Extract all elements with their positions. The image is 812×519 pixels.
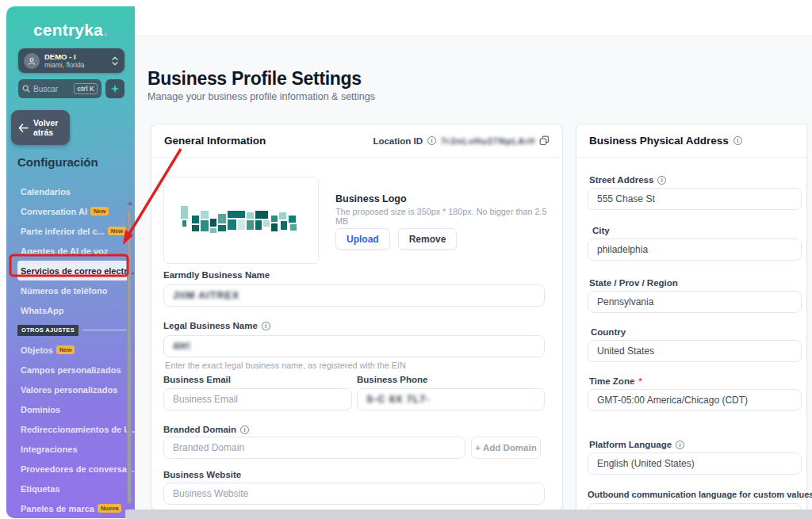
platform-language-input[interactable]: English (United States) <box>588 452 802 475</box>
street-address-input[interactable]: 555 Chase St <box>588 188 802 210</box>
page: centryka. DEMO - I miami, florida Buscar… <box>0 0 812 519</box>
sidebar-item-label: Calendarios <box>21 187 71 197</box>
city-label: City <box>592 226 610 235</box>
sidebar-item-proveedores-de-conversac[interactable]: Proveedores de conversac... <box>17 459 130 479</box>
add-domain-button[interactable]: + Add Domain <box>471 437 541 459</box>
branded-domain-label: Branded Domain i <box>163 425 249 434</box>
account-switcher[interactable]: DEMO - I miami, florida <box>18 48 124 73</box>
legal-name-input[interactable]: 4H! <box>163 335 545 357</box>
business-email-input[interactable]: Business Email <box>163 388 352 410</box>
sidebar-menu: CalendariosConversation AINewParte infer… <box>17 181 130 518</box>
sidebar-item-parte-inferior-del-c[interactable]: Parte inferior del c...New <box>17 221 130 241</box>
sidebar-item-label: Integraciones <box>21 445 78 454</box>
sidebar-item-label: Números de teléfono <box>21 286 107 296</box>
account-name: DEMO - I <box>44 52 106 61</box>
business-logo-preview <box>163 177 319 264</box>
timezone-label: Time Zone * <box>589 376 642 386</box>
search-row: Buscar ctrl K <box>18 79 124 98</box>
info-icon: i <box>240 426 249 434</box>
info-icon: i <box>657 176 666 185</box>
sidebar-item-label: Dominios <box>21 405 60 414</box>
timezone-input[interactable]: GMT-05:00 America/Chicago (CDT) <box>588 389 802 411</box>
business-phone-label: Business Phone <box>357 375 427 384</box>
state-input[interactable]: Pennsylvania <box>588 291 802 313</box>
sidebar-item-label: Agentes de AI de voz <box>21 246 108 256</box>
info-icon: i <box>427 136 436 145</box>
sparkle-icon <box>110 84 120 93</box>
sidebar-item-objetos[interactable]: ObjetosNew <box>17 340 130 360</box>
business-logo-title: Business Logo <box>335 193 407 204</box>
state-label: State / Prov / Region <box>589 278 678 288</box>
sidebar-item-label: Etiquetas <box>21 484 60 494</box>
page-title: Business Profile Settings <box>147 68 362 90</box>
friendly-name-input[interactable]: JIIM AITREX <box>163 284 545 307</box>
street-address-value: 555 Chase St <box>597 193 655 204</box>
upload-button[interactable]: Upload <box>335 228 390 250</box>
info-icon: i <box>262 322 270 330</box>
scroll-up-arrow-icon[interactable] <box>127 201 133 205</box>
search-shortcut: ctrl K <box>74 83 98 94</box>
scrollbar-thumb[interactable] <box>127 209 132 504</box>
platform-language-value: English (United States) <box>597 458 695 469</box>
section-header-badge: OTROS AJUSTES <box>17 325 79 336</box>
branded-domain-placeholder: Branded Domain <box>173 442 244 453</box>
sidebar-item-conversation-ai[interactable]: Conversation AINew <box>17 201 130 221</box>
sidebar-item-integraciones[interactable]: Integraciones <box>17 439 130 459</box>
business-website-input[interactable]: Business Website <box>163 483 545 505</box>
bottom-scrollbar[interactable] <box>125 509 812 519</box>
sidebar-item-label: Conversation AI <box>21 207 87 216</box>
sidebar-item-label: Objetos <box>21 345 53 355</box>
branded-domain-label-text: Branded Domain <box>163 425 236 434</box>
business-phone-value: S-C 6X 7L7- <box>366 394 430 405</box>
required-asterisk: * <box>638 376 642 386</box>
remove-button[interactable]: Remove <box>398 228 458 250</box>
outbound-language-label-text: Outbound communication language for cust… <box>588 490 812 499</box>
legal-name-label: Legal Business Name i <box>163 321 270 330</box>
sidebar-item-redireccionamientos-de-u[interactable]: Redireccionamientos de U... <box>17 419 130 439</box>
physical-address-card: Business Physical Address i Street Addre… <box>576 124 807 519</box>
friendly-name-value: JIIM AITREX <box>173 290 239 301</box>
general-card-header: General Information Location ID i 7r2nLv… <box>151 124 562 158</box>
business-phone-input[interactable]: S-C 6X 7L7- <box>357 388 545 410</box>
branded-domain-input[interactable]: Branded Domain <box>163 437 465 459</box>
sidebar-section-title: Configuración <box>17 155 98 169</box>
sidebar-item-label: Campos personalizados <box>21 365 121 375</box>
sidebar-scrollbar[interactable] <box>125 201 133 515</box>
copy-icon[interactable] <box>539 135 550 146</box>
sidebar-item-etiquetas[interactable]: Etiquetas <box>17 479 130 498</box>
sidebar-item-calendarios[interactable]: Calendarios <box>17 181 130 201</box>
legal-name-helper: Enter the exact legal business name, as … <box>165 361 406 370</box>
sidebar-item-label: Proveedores de conversac... <box>21 464 135 474</box>
sidebar-item-valores-personalizados[interactable]: Valores personalizados <box>17 380 130 399</box>
chevron-updown-icon <box>111 55 119 67</box>
new-badge: New <box>90 207 109 216</box>
city-value: philadelphia <box>597 244 648 255</box>
country-value: United States <box>597 345 654 357</box>
friendly-name-label: Earmdly Business Name <box>163 270 270 280</box>
timezone-value: GMT-05:00 America/Chicago (CDT) <box>597 395 748 406</box>
account-location: miami, florida <box>44 61 106 69</box>
sidebar-item-whatsapp[interactable]: WhatsApp <box>17 300 130 320</box>
sidebar-item-campos-personalizados[interactable]: Campos personalizados <box>17 360 130 380</box>
platform-language-label: Platform Language i <box>589 440 684 449</box>
sidebar-item-servicios-de-correo-electr[interactable]: Servicios de correo electr... <box>17 261 130 280</box>
section-header-line <box>82 330 130 330</box>
avatar-icon <box>24 53 40 69</box>
back-button[interactable]: Volver atrás <box>11 110 70 145</box>
city-input[interactable]: philadelphia <box>588 239 802 261</box>
address-card-header: Business Physical Address i <box>576 124 806 158</box>
platform-language-label-text: Platform Language <box>589 440 672 449</box>
ai-assistant-button[interactable] <box>105 79 124 98</box>
sidebar-item-agentes-de-ai-de-voz[interactable]: Agentes de AI de voz <box>17 241 130 261</box>
general-information-card: General Information Location ID i 7r2nLv… <box>151 124 563 511</box>
search-input[interactable]: Buscar ctrl K <box>18 79 102 98</box>
sidebar-section-header: OTROS AJUSTES <box>17 320 130 340</box>
sidebar-item-paneles-de-marca[interactable]: Paneles de marcaNueva <box>17 498 130 518</box>
plus-icon: + <box>475 443 481 452</box>
brand-logo: centryka. <box>6 21 135 40</box>
location-id-value: 7r2nLvHu27NpLArHL <box>441 136 534 146</box>
sidebar-item-dominios[interactable]: Dominios <box>17 399 130 419</box>
sidebar-item-números-de-teléfono[interactable]: Números de teléfono <box>17 280 130 300</box>
location-id-group: Location ID i 7r2nLvHu27NpLArHL <box>373 135 550 146</box>
country-input[interactable]: United States <box>588 340 802 362</box>
